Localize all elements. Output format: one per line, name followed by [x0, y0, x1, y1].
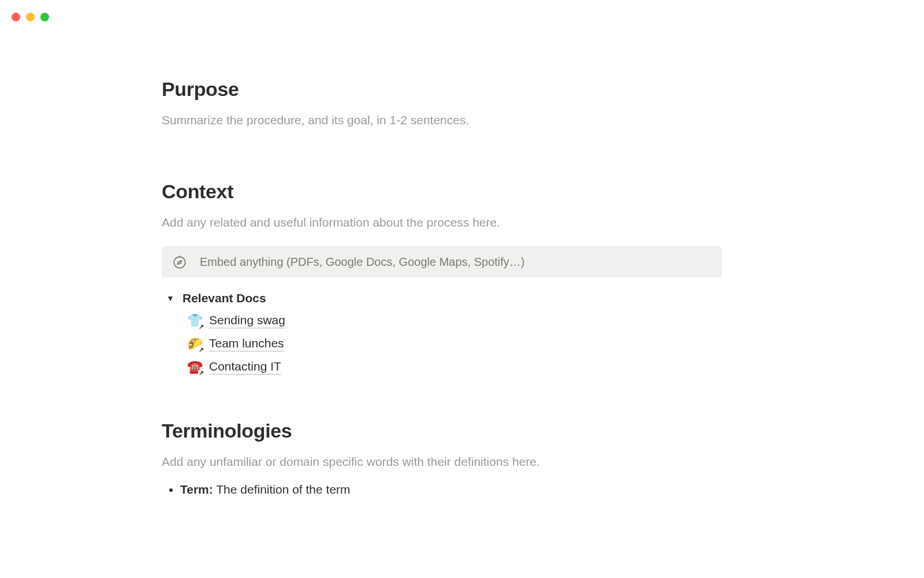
doc-link-contacting-it[interactable]: ☎️ Contacting IT	[187, 360, 722, 375]
doc-link-sending-swag[interactable]: 👕 Sending swag	[187, 313, 722, 328]
toggle-children: 👕 Sending swag 🌮 Team lunches ☎️ Contact…	[166, 313, 722, 375]
telephone-icon: ☎️	[187, 360, 202, 375]
terminology-list: Term: The definition of the term	[162, 483, 722, 497]
doc-link-label: Sending swag	[209, 313, 285, 328]
doc-link-label: Contacting IT	[209, 360, 281, 375]
window-controls	[12, 13, 49, 21]
toggle-title: Relevant Docs	[182, 291, 266, 305]
maximize-window-button[interactable]	[40, 13, 49, 21]
embed-block[interactable]: Embed anything (PDFs, Google Docs, Googl…	[162, 246, 722, 277]
doc-link-team-lunches[interactable]: 🌮 Team lunches	[187, 336, 722, 351]
term-label: Term:	[180, 483, 213, 496]
minimize-window-button[interactable]	[26, 13, 35, 21]
context-description[interactable]: Add any related and useful information a…	[162, 213, 722, 232]
compass-icon	[172, 254, 187, 269]
terminology-item[interactable]: Term: The definition of the term	[180, 483, 722, 497]
terminologies-heading[interactable]: Terminologies	[162, 420, 722, 442]
purpose-description[interactable]: Summarize the procedure, and its goal, i…	[162, 111, 722, 129]
embed-placeholder-text: Embed anything (PDFs, Google Docs, Googl…	[200, 255, 524, 269]
tshirt-icon: 👕	[187, 313, 202, 328]
chevron-down-icon: ▼	[166, 294, 174, 303]
close-window-button[interactable]	[12, 13, 20, 21]
doc-link-label: Team lunches	[209, 336, 284, 351]
toggle-header[interactable]: ▼ Relevant Docs	[166, 291, 722, 305]
terminologies-description[interactable]: Add any unfamiliar or domain specific wo…	[162, 453, 722, 471]
relevant-docs-toggle: ▼ Relevant Docs 👕 Sending swag 🌮 Team lu…	[162, 291, 722, 375]
context-heading[interactable]: Context	[162, 180, 722, 203]
document-body: Purpose Summarize the procedure, and its…	[162, 78, 722, 497]
taco-icon: 🌮	[187, 336, 202, 351]
term-definition: The definition of the term	[216, 483, 350, 496]
purpose-heading[interactable]: Purpose	[162, 78, 722, 101]
